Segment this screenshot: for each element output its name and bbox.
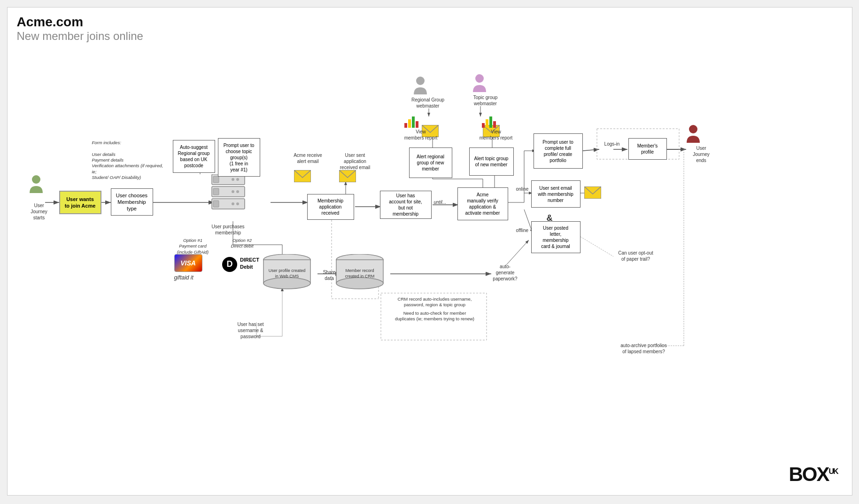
membership-received-box: Membershipapplicationreceived: [307, 194, 354, 220]
box-uk-logo: BOXUK: [789, 463, 837, 486]
until-label: until...: [434, 199, 447, 205]
svg-point-61: [232, 202, 234, 205]
chooses-membership-box: User choosesMembershiptype: [111, 188, 153, 216]
user-sent-email-box: User sent emailwith membershipnumber: [531, 180, 580, 208]
option1-label: Option #1Payment card(include GiftAid): [170, 238, 217, 255]
auto-archive-label: auto-archive portfoliosof lapsed members…: [606, 342, 681, 355]
svg-rect-56: [213, 188, 219, 195]
svg-point-71: [416, 77, 425, 85]
regional-chart-icon: [403, 115, 420, 129]
logs-in-label: Logs-in: [597, 141, 627, 147]
user-sent-email-icon: [584, 186, 601, 199]
svg-rect-60: [213, 201, 219, 207]
svg-point-90: [336, 278, 383, 289]
user-sent-app-label: User sentapplicationreceived email: [333, 152, 378, 171]
diagram-svg: [8, 8, 852, 495]
svg-point-85: [263, 278, 310, 289]
svg-rect-77: [482, 123, 485, 128]
regional-webmaster-person: [412, 76, 428, 95]
regional-webmaster-label: Regional Groupwebmaster: [403, 97, 453, 109]
user-profile-cms-cylinder: User profile created in Web CMS: [261, 254, 313, 294]
prompt-topic-box: Prompt user tochoose topicgroup(s)(1 fre…: [218, 138, 260, 177]
svg-point-54: [236, 178, 239, 181]
svg-rect-73: [404, 123, 407, 128]
user-purchases-label: User purchases membership: [202, 224, 254, 236]
crm-note2-label: Need to auto-check for memberduplicates …: [383, 310, 487, 322]
topic-webmaster-label: Topic groupwebmaster: [462, 94, 509, 107]
online-label: online: [516, 186, 529, 192]
server-stack: [209, 174, 247, 223]
svg-point-72: [475, 74, 484, 83]
svg-text:DIRECT: DIRECT: [240, 257, 259, 263]
svg-rect-78: [486, 119, 488, 128]
user-start-person: [28, 174, 44, 194]
svg-line-33: [506, 240, 529, 265]
box-text: BOX: [789, 463, 828, 485]
offline-label: offline: [516, 227, 529, 233]
prompt-profile-box: Prompt user tocomplete fullprofile/ crea…: [534, 133, 583, 169]
user-wants-box: User wantsto join Acme: [59, 191, 101, 214]
username-password-label: User has setusername &password: [227, 321, 274, 340]
svg-point-82: [689, 125, 697, 133]
topic-report-label: Viewmembers report: [479, 129, 514, 141]
svg-point-57: [232, 190, 234, 193]
user-posted-letter-box: User postedletter,membershipcard & journ…: [531, 221, 580, 253]
svg-text:User profile created: User profile created: [268, 268, 305, 273]
alert-regional-box: Alert regionalgroup of newmember: [409, 147, 452, 178]
option2-label: Option #2Direct debit: [221, 238, 263, 249]
user-journey-starts-label: UserJourneystarts: [22, 202, 57, 221]
acme-alert-email-icon: [294, 170, 311, 182]
svg-rect-52: [213, 176, 219, 183]
svg-rect-74: [408, 119, 411, 128]
svg-rect-80: [493, 121, 496, 128]
main-canvas: Acme.com New member joins online: [7, 7, 852, 496]
svg-point-58: [236, 190, 239, 193]
user-journey-ends-label: UserJourneyends: [684, 145, 719, 163]
acme-verify-box: Acmemanually verifyapplication &activate…: [457, 187, 508, 220]
members-profile-box: Member'sprofile: [628, 138, 667, 160]
svg-text:Debit: Debit: [240, 264, 253, 270]
svg-rect-76: [416, 121, 418, 128]
svg-rect-75: [412, 116, 415, 128]
giftaid-text: giftaid it: [174, 274, 193, 281]
topic-webmaster-person: [472, 73, 488, 93]
auto-generate-label: auto-generatepaperwork?: [487, 264, 524, 282]
svg-text:created in CRM: created in CRM: [345, 274, 374, 279]
visa-card: VISA: [174, 254, 202, 272]
svg-text:in Web CMS: in Web CMS: [275, 274, 298, 279]
svg-point-62: [236, 202, 239, 205]
crm-note1-label: CRM record auto-includes username,passwo…: [383, 296, 487, 308]
acme-alert-label: Acme receivealert email: [287, 152, 329, 164]
alert-topic-box: Alert topic groupof new member: [469, 147, 514, 176]
auto-suggest-box: Auto-suggestRegional groupbased on UKpos…: [173, 140, 215, 173]
user-has-account-box: User hasaccount for site,but notmembersh…: [380, 191, 432, 219]
member-record-crm-cylinder: Member record created in CRM: [334, 254, 386, 294]
user-end-person: [685, 124, 701, 144]
svg-text:D: D: [226, 259, 232, 269]
form-includes-label: Form includes: User details Payment deta…: [92, 140, 167, 180]
topic-chart-icon: [481, 115, 498, 129]
svg-text:Member record: Member record: [345, 268, 374, 273]
can-opt-out-label: Can user opt-outof paper trail?: [608, 250, 664, 262]
svg-point-50: [32, 175, 40, 184]
svg-rect-79: [489, 116, 492, 128]
user-app-email-icon: [339, 170, 356, 182]
regional-report-label: Viewmembers report: [403, 129, 439, 141]
svg-point-53: [232, 178, 234, 181]
uk-text: UK: [828, 467, 837, 475]
